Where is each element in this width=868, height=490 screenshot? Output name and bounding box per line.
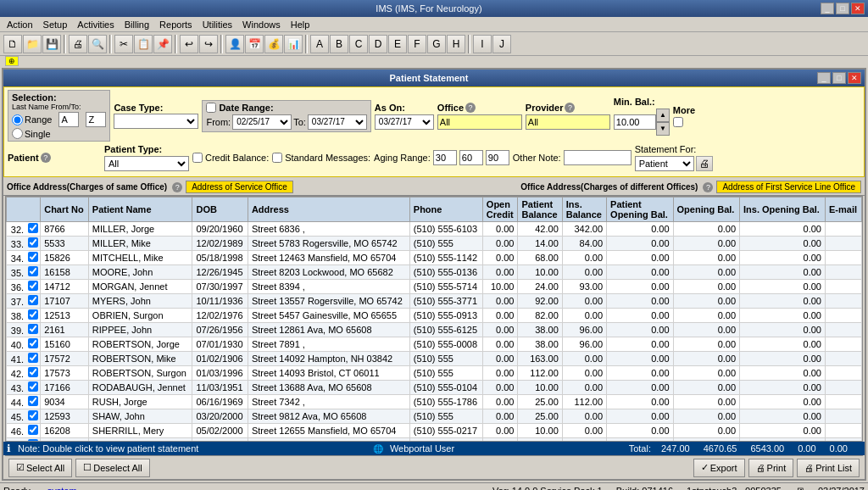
menu-windows[interactable]: Windows — [237, 19, 286, 31]
addr-right-tab[interactable]: Address of First Service Line Office — [716, 181, 861, 193]
row-checkbox[interactable] — [28, 425, 38, 435]
print-list-button[interactable]: 🖨 Print List — [797, 459, 860, 477]
aging-90[interactable]: 90 — [486, 150, 509, 165]
row-checkbox[interactable] — [28, 281, 38, 291]
min-bal-input[interactable] — [614, 114, 656, 130]
th-phone[interactable]: Phone — [409, 198, 482, 222]
table-row[interactable]: 44. 9034 RUSH, Jorge 06/16/1969 Street 7… — [7, 395, 862, 409]
other-note-input[interactable] — [564, 150, 632, 165]
table-row[interactable]: 40. 15160 ROBERTSON, Jorge 07/01/1930 St… — [7, 337, 862, 352]
th-email[interactable]: E-mail — [826, 198, 862, 222]
close-button[interactable]: ✕ — [851, 3, 865, 14]
th-ins-open[interactable]: Ins. Opening Bal. — [740, 198, 826, 222]
patient-table-container[interactable]: Chart No Patient Name DOB Address Phone … — [5, 196, 863, 442]
row-checkbox[interactable] — [28, 410, 38, 420]
row-checkbox[interactable] — [28, 295, 38, 305]
th-address[interactable]: Address — [248, 198, 409, 222]
menu-action[interactable]: Action — [2, 19, 38, 31]
toolbar-btn-b[interactable]: B — [330, 35, 348, 53]
toolbar-btn-copy[interactable]: 📋 — [134, 35, 153, 53]
aging-30[interactable]: 30 — [433, 150, 457, 165]
export-button[interactable]: ✓ Export — [693, 459, 745, 477]
toolbar-btn-schedule[interactable]: 📅 — [245, 35, 264, 53]
table-row[interactable]: 34. 15826 MITCHELL, Mike 05/18/1998 Stre… — [7, 251, 862, 265]
statement-for-select[interactable]: Patient — [635, 156, 694, 171]
spin-down[interactable]: ▼ — [656, 122, 670, 136]
table-row[interactable]: 42. 17573 ROBERTSON, Surgon 01/03/1996 S… — [7, 366, 862, 381]
addr-left-help[interactable]: ? — [172, 182, 182, 192]
row-checkbox[interactable] — [28, 266, 38, 276]
toolbar-btn-i[interactable]: I — [473, 35, 492, 53]
row-checkbox[interactable] — [28, 338, 38, 348]
menu-help[interactable]: Help — [286, 19, 315, 31]
menu-setup[interactable]: Setup — [38, 19, 73, 31]
minimize-button[interactable]: _ — [821, 3, 834, 14]
office-input[interactable] — [437, 114, 522, 130]
credit-balance-checkbox[interactable] — [192, 153, 203, 163]
to-date-select[interactable]: 03/27/17 — [308, 114, 367, 130]
th-open-bal[interactable]: Opening Bal. — [673, 198, 739, 222]
toolbar-btn-open[interactable]: 📁 — [23, 35, 42, 53]
addr-right-help[interactable]: ? — [703, 182, 713, 192]
th-open-credit[interactable]: OpenCredit — [482, 198, 518, 222]
table-row[interactable]: 35. 16158 MOORE, John 12/26/1945 Street … — [7, 265, 862, 280]
maximize-button[interactable]: □ — [836, 3, 849, 14]
select-all-button[interactable]: ☑ Select All — [8, 459, 72, 477]
table-row[interactable]: 41. 17572 ROBERTSON, Mike 01/02/1906 Str… — [7, 352, 862, 366]
toolbar-btn-cut[interactable]: ✂ — [114, 35, 133, 53]
standard-messages-checkbox[interactable] — [272, 153, 282, 163]
patient-type-select[interactable]: All — [104, 156, 189, 171]
more-checkbox[interactable] — [673, 117, 683, 127]
th-ins-bal[interactable]: Ins.Balance — [562, 198, 606, 222]
addr-left-tab[interactable]: Address of Service Office — [186, 181, 293, 193]
dialog-close[interactable]: ✕ — [848, 72, 861, 84]
aging-60[interactable]: 60 — [459, 150, 483, 165]
print-button[interactable]: 🖨 Print — [748, 459, 794, 477]
toolbar-btn-billing[interactable]: 💰 — [264, 35, 283, 53]
statement-for-btn[interactable]: 🖨 — [696, 156, 713, 171]
dialog-maximize[interactable]: □ — [832, 72, 846, 84]
th-pat-open[interactable]: PatientOpening Bal. — [607, 198, 673, 222]
row-checkbox[interactable] — [28, 353, 38, 363]
toolbar-btn-g[interactable]: G — [427, 35, 446, 53]
toolbar-btn-patients[interactable]: 👤 — [225, 35, 244, 53]
toolbar-btn-save[interactable]: 💾 — [42, 35, 61, 53]
toolbar-btn-print[interactable]: 🖨 — [69, 35, 87, 53]
th-name[interactable]: Patient Name — [88, 198, 192, 222]
toolbar-btn-c[interactable]: C — [349, 35, 368, 53]
menu-reports[interactable]: Reports — [154, 19, 198, 31]
toolbar-btn-j[interactable]: J — [492, 35, 511, 53]
toolbar-btn-undo[interactable]: ↩ — [180, 35, 198, 53]
single-radio[interactable] — [12, 128, 23, 139]
dialog-minimize[interactable]: _ — [817, 72, 831, 84]
row-checkbox[interactable] — [28, 381, 38, 392]
row-checkbox[interactable] — [28, 324, 38, 334]
th-pat-bal[interactable]: PatientBalance — [518, 198, 562, 222]
table-row[interactable]: 33. 5533 MILLER, Mike 12/02/1989 Street … — [7, 237, 862, 251]
dialog-controls[interactable]: _ □ ✕ — [817, 72, 861, 84]
row-checkbox[interactable] — [28, 223, 38, 233]
single-radio-label[interactable]: Single — [12, 128, 51, 139]
window-controls[interactable]: _ □ ✕ — [821, 3, 865, 14]
th-dob[interactable]: DOB — [192, 198, 248, 222]
toolbar-btn-paste[interactable]: 📌 — [153, 35, 172, 53]
patient-help[interactable]: ? — [41, 153, 51, 163]
toolbar-btn-redo[interactable]: ↪ — [199, 35, 218, 53]
row-checkbox[interactable] — [28, 396, 38, 406]
th-chart[interactable]: Chart No — [41, 198, 89, 222]
toolbar-btn-f[interactable]: F — [408, 35, 426, 53]
menu-utilities[interactable]: Utilities — [198, 19, 237, 31]
toolbar-btn-e[interactable]: E — [388, 35, 407, 53]
table-row[interactable]: 45. 12593 SHAW, John 03/20/2000 Street 9… — [7, 409, 862, 424]
from-date-select[interactable]: 02/25/17 — [232, 114, 292, 130]
toolbar-btn-preview[interactable]: 🔍 — [88, 35, 107, 53]
table-row[interactable]: 39. 2161 RIPPEE, John 07/26/1956 Street … — [7, 323, 862, 337]
row-checkbox[interactable] — [28, 237, 38, 248]
table-row[interactable]: 32. 8766 MILLER, Jorge 09/20/1960 Street… — [7, 222, 862, 237]
toolbar-btn-new[interactable]: 🗋 — [3, 35, 22, 53]
as-on-select[interactable]: 03/27/17 — [375, 114, 434, 130]
case-type-select[interactable] — [114, 114, 198, 129]
table-row[interactable]: 37. 17107 MYERS, John 10/11/1936 Street … — [7, 294, 862, 309]
menu-activities[interactable]: Activities — [72, 19, 119, 31]
provider-help[interactable]: ? — [565, 103, 575, 113]
